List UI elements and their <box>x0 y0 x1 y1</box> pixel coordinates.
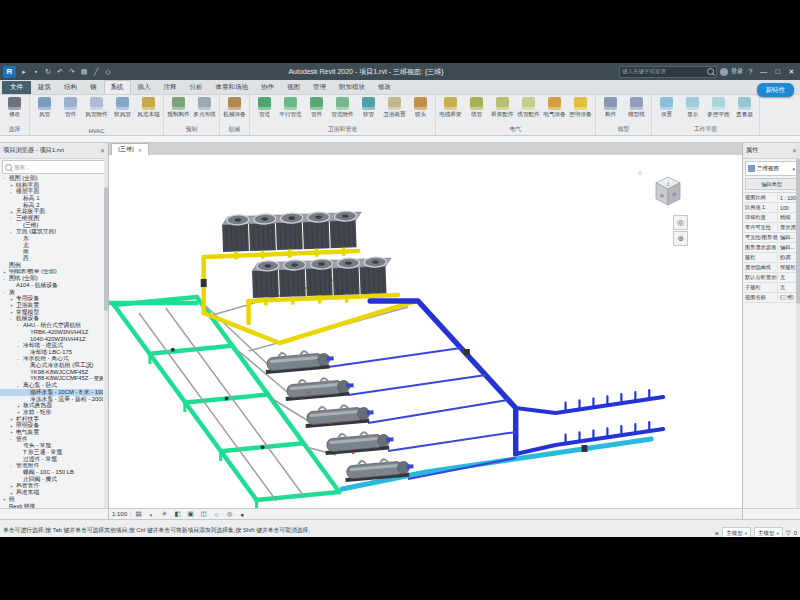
minimize-button[interactable]: — <box>758 68 769 75</box>
browser-tree-item[interactable]: + 明细表/数量 (全部) <box>0 269 103 276</box>
ribbon-panel-label[interactable]: 卫浴和管道 <box>252 124 433 135</box>
browser-tree-item[interactable]: 循环水泵 - 10CM - 8 米 - 100 - 170 CMH <box>0 389 103 396</box>
browser-tree-item[interactable]: 离心式冷水机组 (双工况) <box>0 362 103 369</box>
ribbon-tool[interactable]: 风管附件 <box>84 96 109 119</box>
ribbon-tab[interactable]: 文件 <box>2 81 31 94</box>
save-icon[interactable]: ▪ <box>31 66 41 77</box>
print-icon[interactable]: ▤ <box>79 66 89 77</box>
browser-tree-item[interactable]: + 板式换热器 <box>0 402 103 409</box>
图形显示选项[interactable]: 图形显示选项 编辑... <box>743 243 800 253</box>
ribbon-tab[interactable]: 体量和场地 <box>210 81 255 94</box>
undo-icon[interactable]: ↶ <box>55 66 65 77</box>
ribbon-tab[interactable]: 分析 <box>184 81 209 94</box>
ribbon-tool[interactable]: 照明设备 <box>568 96 593 119</box>
ribbon-tool[interactable]: 机械设备 <box>222 96 247 119</box>
browser-tree-item[interactable]: + 常规模型 <box>0 309 103 316</box>
browser-tree-item[interactable]: - 图纸 (全部) <box>0 275 103 282</box>
ribbon-tool[interactable]: 线管配件 <box>516 96 541 119</box>
ribbon-panel-label[interactable]: 预制 <box>166 124 217 135</box>
shadows-icon[interactable]: ◧ <box>172 509 183 520</box>
browser-tree-item[interactable]: 标高 2 <box>0 202 103 209</box>
browser-tree-item[interactable]: 1040-420W3NVH41Z <box>0 336 103 343</box>
browser-tree-item[interactable]: 东 <box>0 235 103 242</box>
ribbon-tab[interactable]: 钢 <box>84 81 103 94</box>
ribbon-tab[interactable]: 附加模块 <box>333 81 371 94</box>
sun-path-icon[interactable]: ☀ <box>159 509 170 520</box>
model-canvas[interactable]: ⌂ 上 前 右 <box>109 155 742 508</box>
比例值 1:[interactable]: 比例值 1: 100 <box>743 203 800 213</box>
默认分析显示样式[interactable]: 默认分析显示样式 无 <box>743 273 800 283</box>
browser-tree-item[interactable]: - 视图 (全部) <box>0 175 103 182</box>
视图名称[interactable]: 视图名称 {三维} <box>743 293 800 303</box>
ribbon-panel-label[interactable]: 电气 <box>438 124 593 135</box>
redo-icon[interactable]: ↷ <box>67 66 77 77</box>
browser-tree-item[interactable]: - 冷却塔 - 逆流式 <box>0 342 103 349</box>
browser-tree-item[interactable]: 图例 <box>0 262 103 269</box>
close-icon[interactable]: ✕ <box>138 147 142 153</box>
ribbon-tool[interactable]: 多点布线 <box>192 96 217 119</box>
ribbon-tool[interactable]: 桥架配件 <box>490 96 515 119</box>
steering-wheel-icon[interactable]: ◎ <box>673 215 688 230</box>
ribbon-panel-label[interactable]: 选择 <box>2 124 27 135</box>
zoom-icon[interactable]: ⊕ <box>673 231 688 246</box>
显示隐藏线[interactable]: 显示隐藏线 按规程 <box>743 263 800 273</box>
ribbon-tool[interactable]: 风管 <box>32 96 57 119</box>
detail-level-icon[interactable]: ▤ <box>133 509 144 520</box>
visual-style-icon[interactable]: ◐ <box>146 509 157 520</box>
ribbon-tool[interactable]: 管件 <box>58 96 83 119</box>
可见性/图形替换[interactable]: 可见性/图形替换 编辑... <box>743 233 800 243</box>
browser-tree-item[interactable]: - 立面 (建筑立面) <box>0 229 103 236</box>
browser-tree-item[interactable]: + 栏杆扶手 <box>0 416 103 423</box>
browser-tree-item[interactable]: + 水箱 - 矩形 <box>0 409 103 416</box>
视图比例[interactable]: 视图比例 1 : 100 <box>743 193 800 203</box>
规程[interactable]: 规程 协调 <box>743 253 800 263</box>
ribbon-panel-label[interactable]: 工作平面 <box>654 124 757 135</box>
type-selector[interactable]: 三维视图 ▾ <box>745 161 798 176</box>
search-icon[interactable] <box>707 68 714 75</box>
properties-scrollbar[interactable] <box>796 143 800 508</box>
零件可见性[interactable]: 零件可见性 显示原状态 <box>743 223 800 233</box>
browser-tree-item[interactable]: - 管道附件 <box>0 463 103 470</box>
viewcube-home-icon[interactable]: ⌂ <box>638 169 642 176</box>
viewcube[interactable]: ⌂ 上 前 右 <box>638 169 690 211</box>
ribbon-tool[interactable]: 预制构件 <box>166 96 191 119</box>
browser-tree-item[interactable]: + 天花板平面 <box>0 208 103 215</box>
browser-tree-item[interactable]: - 机械设备 <box>0 315 103 322</box>
browser-tree-item[interactable]: + 卫浴装置 <box>0 302 103 309</box>
browser-tree-item[interactable]: Revit 链接 <box>0 503 103 508</box>
browser-tree-item[interactable]: YK98-K8WJCCMF45Z <box>0 369 103 376</box>
browser-tree-item[interactable]: - 冷水机组 - 离心式 <box>0 356 103 363</box>
search-box[interactable]: 键入关键字或短语 <box>619 66 717 78</box>
ribbon-tool[interactable]: 构件 <box>598 96 623 119</box>
browser-tree-item[interactable]: A104 - 机械设备 <box>0 282 103 289</box>
worksharing-display-icon[interactable]: ● <box>237 509 248 520</box>
ribbon-tool[interactable]: 管道 <box>252 96 277 119</box>
browser-tree-item[interactable]: 过渡件 - 常规 <box>0 456 103 463</box>
ribbon-tool[interactable]: 设置 <box>654 96 679 119</box>
browser-tree-item[interactable]: + 照明设备 <box>0 422 103 429</box>
ribbon-tab[interactable]: 协作 <box>255 81 280 94</box>
ribbon-tab[interactable]: 视图 <box>281 81 306 94</box>
ribbon-panel-label[interactable]: 模型 <box>598 124 649 135</box>
browser-tree-item[interactable]: 西 <box>0 255 103 262</box>
scale-button[interactable]: 1:100 <box>112 511 131 517</box>
browser-tree-item[interactable]: YK88-K8WJCCMF45Z - 变频 <box>0 376 103 383</box>
ribbon-tool[interactable]: 模型线 <box>624 96 649 119</box>
close-button[interactable]: ✕ <box>786 68 797 76</box>
ribbon-tool[interactable]: 参照平面 <box>706 96 731 119</box>
ribbon-tool[interactable]: 管件 <box>304 96 329 119</box>
crop-region-icon[interactable]: ◫ <box>198 509 209 520</box>
filter-icon[interactable]: ▽ <box>786 529 791 537</box>
ribbon-tool[interactable]: 喷头 <box>408 96 433 119</box>
view-tab-3d[interactable]: {三维} ✕ <box>111 143 149 155</box>
ribbon-tool[interactable]: 电缆桥架 <box>438 96 463 119</box>
ribbon-tool[interactable]: 查看器 <box>732 96 757 119</box>
详细程度[interactable]: 详细程度 精细 <box>743 213 800 223</box>
browser-tree-item[interactable]: + 风管管件 <box>0 483 103 490</box>
ribbon-tool[interactable]: 软管 <box>356 96 381 119</box>
ribbon-tab[interactable]: 结构 <box>58 81 83 94</box>
browser-tree-item[interactable]: T 形三通 - 常规 <box>0 449 103 456</box>
browser-tree-item[interactable]: - 管件 <box>0 436 103 443</box>
tag-icon[interactable]: ◇ <box>103 66 113 77</box>
reveal-hidden-icon[interactable]: ◎ <box>224 509 235 520</box>
